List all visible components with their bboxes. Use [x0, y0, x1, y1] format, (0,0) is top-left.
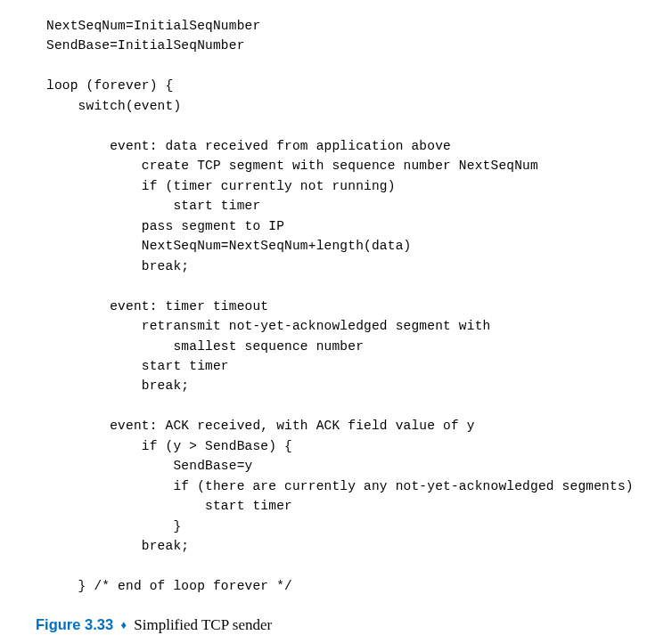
figure-label: Figure 3.33: [36, 616, 113, 632]
code-line: if (y > SendBase) {: [46, 439, 292, 453]
code-line: event: timer timeout: [46, 299, 268, 313]
code-line: SendBase=InitialSeqNumber: [46, 38, 245, 53]
code-line: retransmit not-yet-acknowledged segment …: [46, 319, 490, 333]
code-line: } /* end of loop forever */: [46, 579, 292, 593]
code-line: smallest sequence number: [46, 339, 364, 354]
code-line: if (timer currently not running): [46, 179, 396, 193]
code-line: if (there are currently any not-yet-ackn…: [46, 479, 634, 493]
code-line: break;: [46, 539, 189, 553]
code-line: break;: [46, 259, 189, 273]
code-line: event: data received from application ab…: [46, 139, 451, 153]
code-line: switch(event): [46, 99, 181, 113]
code-line: break;: [46, 379, 189, 393]
code-line: pass segment to IP: [46, 219, 284, 233]
code-line: NextSeqNum=NextSeqNum+length(data): [46, 239, 411, 253]
code-line: start timer: [46, 499, 292, 513]
code-line: loop (forever) {: [46, 78, 173, 93]
code-line: NextSeqNum=InitialSeqNumber: [46, 19, 260, 33]
code-line: start timer: [46, 359, 229, 373]
code-line: create TCP segment with sequence number …: [46, 159, 538, 173]
code-line: SendBase=y: [46, 459, 252, 473]
code-line: start timer: [46, 199, 260, 213]
code-line: event: ACK received, with ACK field valu…: [46, 419, 475, 433]
code-line: }: [46, 519, 181, 533]
diamond-icon: ♦: [117, 618, 130, 631]
figure-title: Simplified TCP sender: [134, 616, 272, 633]
figure-caption: Figure 3.33 ♦ Simplified TCP sender: [0, 616, 672, 634]
pseudocode-block: NextSeqNum=InitialSeqNumber SendBase=Ini…: [0, 16, 672, 597]
